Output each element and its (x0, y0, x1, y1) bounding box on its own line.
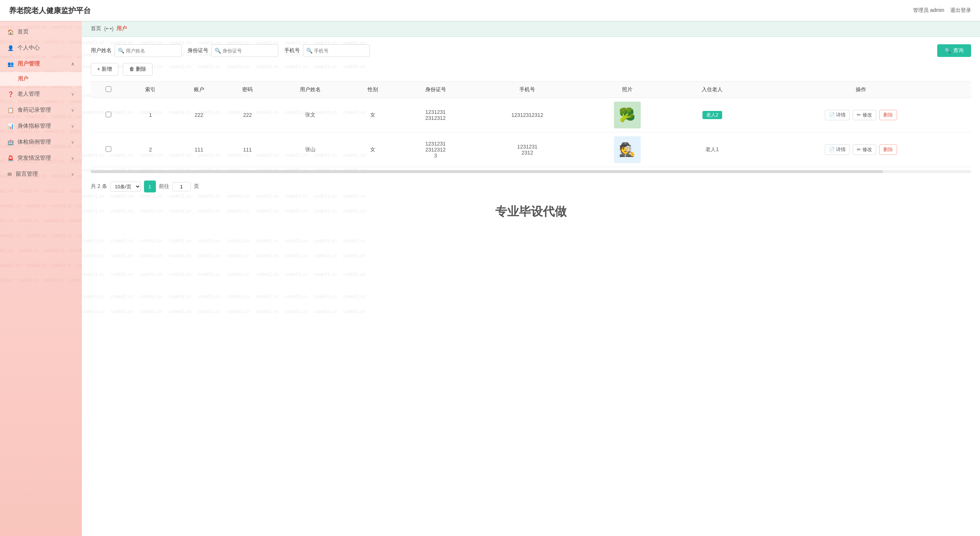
search-button[interactable]: 🔍 查询 (937, 44, 971, 57)
row1-detail-label: 详情 (836, 112, 846, 118)
row1-checkbox (91, 98, 126, 132)
layout: code51.cn code51.cn code51.cn code51.cn … (0, 21, 980, 536)
sidebar-item-home[interactable]: 首页 (0, 24, 82, 40)
chevron-up-icon: ∧ (71, 61, 75, 67)
user-icon (8, 45, 14, 51)
add-button[interactable]: + 新增 (91, 63, 118, 75)
id-input-wrap: 🔍 (211, 44, 278, 57)
row2-delete-label: 删除 (883, 147, 893, 152)
sidebar-item-message-mgmt-label: 留言管理 (16, 171, 38, 177)
row1-delete-button[interactable]: 删除 (879, 110, 897, 120)
search-input-id[interactable] (223, 48, 275, 54)
table-header-row: 索引 账户 密码 用户姓名 性别 身份证号 手机号 照片 入住老人 操作 (91, 82, 971, 98)
row2-password: 111 (223, 132, 272, 167)
total-count: 共 2 条 (91, 183, 107, 190)
sidebar-item-user-mgmt[interactable]: 用户管理 ∧ (0, 56, 82, 72)
row2-detail-label: 详情 (836, 147, 846, 152)
search-field-id: 身份证号 🔍 (188, 44, 278, 57)
table-row: 2 111 111 张山 女 1231231 2312312 3 12 (91, 132, 971, 167)
row2-id-number: 1231231 2312312 3 (397, 132, 474, 167)
sidebar-item-body-mgmt-label: 身体指标管理 (18, 123, 51, 129)
sidebar-item-medical-mgmt-label: 体检病例管理 (18, 139, 51, 145)
row2-ops: 📄 详情 ✏ 修改 删除 (751, 132, 971, 167)
sidebar-item-emergency-mgmt[interactable]: 突发情况管理 ∨ (0, 150, 82, 166)
row2-select-checkbox[interactable] (106, 146, 111, 152)
row2-id-line3: 3 (401, 153, 470, 159)
admin-label: 管理员 admin (913, 7, 944, 14)
sidebar-item-home-label: 首页 (18, 28, 29, 35)
row1-account: 222 (175, 98, 223, 132)
sidebar-item-profile[interactable]: 个人中心 (0, 40, 82, 56)
phone-label: 手机号 (284, 47, 300, 54)
row2-edit-button[interactable]: ✏ 修改 (853, 144, 876, 155)
row2-detail-button[interactable]: 📄 详情 (825, 144, 850, 155)
breadcrumb-home[interactable]: 首页 (91, 25, 101, 32)
row1-id-number: 1231231 2312312 (397, 98, 474, 132)
users-icon (8, 61, 14, 67)
row2-elder: 老人1 (674, 132, 751, 167)
sidebar-item-elder-mgmt[interactable]: 老人管理 ∨ (0, 86, 82, 102)
home-icon (8, 29, 14, 35)
horizontal-scrollbar[interactable] (91, 170, 971, 173)
delete-button[interactable]: 🗑 删除 (123, 63, 153, 75)
page-btn-1[interactable]: 1 (144, 180, 156, 193)
sidebar-submenu-user-mgmt: 用户 (0, 72, 82, 86)
select-all-checkbox[interactable] (106, 86, 111, 92)
row1-detail-button[interactable]: 📄 详情 (825, 110, 850, 120)
row2-phone: 1231231 2312 (474, 132, 581, 167)
emergency-icon (8, 155, 14, 161)
row2-avatar: 🕵 (581, 132, 674, 167)
sidebar-item-body-mgmt[interactable]: 身体指标管理 ∨ (0, 118, 82, 134)
row1-avatar-img: 🥦 (614, 102, 641, 128)
pagination: 共 2 条 10条/页 1 前往 页 (91, 180, 971, 193)
row2-gender: 女 (348, 132, 397, 167)
row2-index: 2 (126, 132, 175, 167)
row2-delete-button[interactable]: 删除 (879, 144, 897, 155)
header: 养老院老人健康监护平台 管理员 admin 退出登录 (0, 0, 980, 21)
sidebar-item-food-mgmt-label: 食药记录管理 (18, 107, 51, 113)
body-icon (8, 123, 14, 129)
row1-password: 222 (223, 98, 272, 132)
chevron-down-icon5: ∨ (71, 156, 75, 161)
main-content: 首页 (•ᵕ•) 用户 code51.cn code51.cn code51.c… (82, 21, 980, 536)
search-input-phone[interactable] (314, 48, 366, 54)
th-avatar: 照片 (581, 82, 674, 98)
sidebar: code51.cn code51.cn code51.cn code51.cn … (0, 21, 82, 536)
action-bar: + 新增 🗑 删除 (91, 63, 971, 75)
sidebar-item-food-mgmt[interactable]: 食药记录管理 ∨ (0, 102, 82, 118)
row1-edit-button[interactable]: ✏ 修改 (853, 110, 876, 120)
row2-id-line2: 2312312 (401, 147, 470, 153)
th-id-number: 身份证号 (397, 82, 474, 98)
edit-icon: ✏ (857, 112, 861, 118)
row1-avatar: 🥦 (581, 98, 674, 132)
row1-ops: 📄 详情 ✏ 修改 删除 (751, 98, 971, 132)
th-checkbox (91, 82, 126, 98)
sidebar-item-user-mgmt-label: 用户管理 (18, 60, 40, 67)
goto-label: 前往 (159, 183, 169, 190)
header-right: 管理员 admin 退出登录 (913, 7, 971, 14)
sidebar-item-profile-label: 个人中心 (18, 44, 40, 51)
logout-button[interactable]: 退出登录 (950, 7, 971, 14)
search-bar: 用户姓名 🔍 身份证号 🔍 手机号 🔍 (91, 44, 971, 57)
search-input-username[interactable] (126, 48, 178, 54)
medical-icon (8, 139, 14, 145)
row1-edit-label: 修改 (862, 112, 872, 118)
breadcrumb: 首页 (•ᵕ•) 用户 (82, 21, 980, 37)
row1-delete-label: 删除 (883, 112, 893, 118)
sidebar-item-message-mgmt[interactable]: 留言管理 ∨ (0, 166, 82, 182)
row2-account: 111 (175, 132, 223, 167)
row2-id-line1: 1231231 (401, 141, 470, 147)
goto-input[interactable] (172, 182, 191, 191)
detail-icon: 📄 (829, 112, 835, 118)
th-phone: 手机号 (474, 82, 581, 98)
add-btn-label: + 新增 (97, 66, 112, 73)
breadcrumb-separator: (•ᵕ•) (104, 26, 113, 32)
sidebar-sub-item-users[interactable]: 用户 (0, 72, 82, 86)
row1-select-checkbox[interactable] (106, 112, 111, 117)
search-icon-id: 🔍 (215, 48, 221, 54)
detail-icon2: 📄 (829, 147, 835, 152)
page-1-label: 1 (148, 184, 151, 190)
sidebar-item-medical-mgmt[interactable]: 体检病例管理 ∨ (0, 134, 82, 150)
page-size-select[interactable]: 10条/页 (110, 182, 141, 192)
row2-avatar-img: 🕵 (614, 136, 641, 163)
